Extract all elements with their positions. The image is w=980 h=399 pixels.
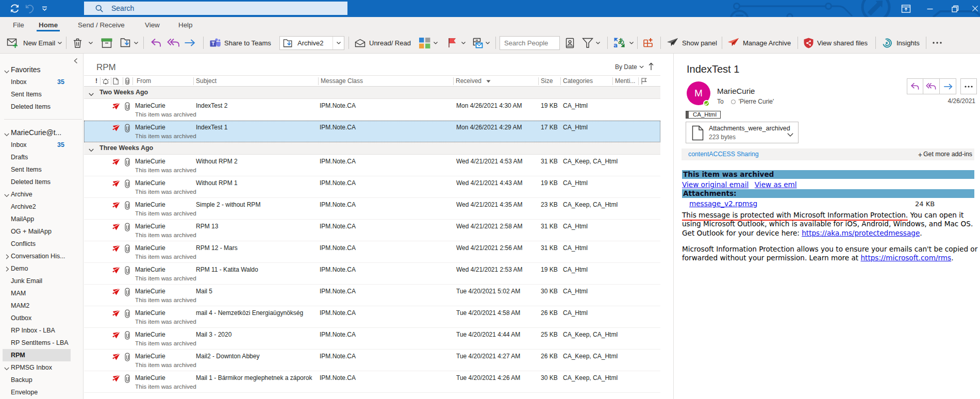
search-people-input[interactable]: Search People — [500, 36, 560, 50]
folder-item-envelope[interactable]: Envelope — [0, 386, 83, 398]
body-hyperlink[interactable]: https://aka.ms/protectedmessage — [802, 229, 920, 237]
message-more-actions-button[interactable] — [960, 78, 977, 94]
restore-button[interactable] — [943, 0, 967, 17]
reply-all-button[interactable] — [167, 32, 180, 53]
unread-read-button[interactable]: Unread/ Read — [355, 32, 411, 53]
folder-item-junk-email[interactable]: Junk Email — [0, 275, 83, 287]
recipient-name[interactable]: 'Pierre Curie' — [739, 98, 774, 105]
chevron-down-icon[interactable] — [4, 192, 9, 199]
sort-by-date-button[interactable]: By Date — [615, 63, 644, 71]
manage-archive-button[interactable]: Manage Archive — [727, 32, 791, 53]
column-mention[interactable]: Menti... — [615, 77, 635, 85]
folder-item-mam[interactable]: MAM — [0, 287, 83, 300]
folder-item-deleted-items[interactable]: Deleted Items — [0, 101, 83, 113]
column-received[interactable]: Received — [456, 77, 491, 85]
attachment-dropdown-icon[interactable] — [787, 129, 793, 139]
folder-item-rp-inbox-lba[interactable]: RP Inbox - LBA — [0, 324, 83, 337]
folder-item-outbox[interactable]: Outbox — [0, 312, 83, 324]
show-panel-button[interactable]: Show panel — [667, 32, 717, 53]
view-original-email-link[interactable]: View original email — [682, 180, 749, 189]
get-more-addins-link[interactable]: Get more add-ins — [923, 151, 972, 158]
message-row-simple-2-without-rpm[interactable]: MarieCurieSimple 2 - without RPMIPM.Note… — [84, 198, 660, 220]
column-size[interactable]: Size — [541, 77, 553, 85]
filter-email-button[interactable] — [582, 32, 600, 53]
folder-item-mailapp[interactable]: MailApp — [0, 213, 83, 225]
tab-file[interactable]: File — [13, 17, 24, 32]
chevron-right-icon[interactable] — [6, 254, 9, 261]
folder-item-conversation-his[interactable]: Conversation His... — [0, 250, 83, 262]
address-book-button[interactable] — [566, 32, 574, 53]
column-categories[interactable]: Categories — [563, 77, 593, 85]
quick-step-dropdown[interactable] — [333, 37, 344, 49]
column-reminder-icon[interactable] — [102, 78, 109, 86]
folder-item-rpmsg-inbox[interactable]: RPMSG Inbox — [0, 361, 83, 374]
message-row-without-rpm-1[interactable]: MarieCurieWithout RPM 1IPM.Note.CAWed 4/… — [84, 176, 660, 198]
message-row-rpm-12-mars[interactable]: MarieCurieRPM 12 - MarsIPM.Note.CAWed 4/… — [84, 241, 660, 263]
folder-item-mam2[interactable]: MAM2 — [0, 300, 83, 312]
message-row-mail-1-b-rmikor-meglephetnek-a-z-porok[interactable]: MarieCurieMail 1 - Bármikor meglephetnek… — [84, 371, 660, 393]
message-row-rpm-13[interactable]: MarieCurieRPM 13IPM.Note.CAWed 4/21/2021… — [84, 220, 660, 241]
group-header-three-weeks-ago[interactable]: Three Weeks Ago — [84, 142, 660, 155]
folder-item-backup[interactable]: Backup — [0, 374, 83, 386]
folder-item-inbox[interactable]: Inbox35 — [0, 76, 83, 88]
category-tag[interactable]: CA_Html — [686, 111, 721, 119]
forward-button[interactable] — [940, 78, 956, 94]
message-row-mail-3-2020[interactable]: MarieCurieMail 3 - 2020IPM.Note.CATue 4/… — [84, 328, 660, 350]
tab-help[interactable]: Help — [178, 17, 193, 32]
body-hyperlink[interactable]: https://microsoft.com/rms — [860, 254, 951, 262]
send-receive-sync-icon[interactable] — [9, 0, 20, 17]
folder-item-og-mailapp[interactable]: OG + MailApp — [0, 225, 83, 238]
sort-direction-icon[interactable] — [648, 62, 654, 73]
reply-all-button[interactable] — [923, 78, 940, 94]
folder-item-archive2[interactable]: Archive2 — [0, 201, 83, 213]
chevron-down-icon[interactable] — [4, 130, 9, 138]
column-item-type-icon[interactable] — [113, 78, 119, 86]
translate-button[interactable]: a あ — [613, 32, 634, 53]
attachment-card[interactable]: Attachments_were_archived 223 bytes — [686, 122, 799, 143]
mailbox-header-mariecurie-t[interactable]: MarieCurie@t... — [0, 126, 83, 139]
group-header-two-weeks-ago[interactable]: Two Weeks Ago — [84, 87, 660, 99]
store-message-button[interactable] — [473, 32, 490, 53]
chevron-right-icon[interactable] — [6, 266, 9, 273]
tab-home[interactable]: Home — [39, 17, 58, 32]
reply-button[interactable] — [907, 78, 923, 94]
archive-button[interactable] — [101, 32, 112, 53]
categorize-button[interactable] — [419, 32, 438, 53]
addin-grid-button[interactable] — [643, 32, 654, 53]
chevron-down-icon[interactable] — [89, 146, 94, 154]
chevron-down-icon[interactable] — [4, 67, 9, 75]
ribbon-display-options-icon[interactable] — [894, 0, 918, 17]
sender-name[interactable]: MarieCurie — [717, 87, 755, 95]
message-row-without-rpm-2[interactable]: MarieCurieWithout RPM 2IPM.Note.CAWed 4/… — [84, 155, 660, 176]
column-from[interactable]: From — [137, 77, 151, 85]
ribbon-more-options-button[interactable] — [932, 32, 942, 53]
folder-item-conflicts[interactable]: Conflicts — [0, 238, 83, 250]
quick-access-toolbar-icon[interactable] — [40, 0, 48, 17]
undo-icon[interactable] — [24, 0, 35, 17]
close-button[interactable] — [970, 0, 980, 17]
column-flag-icon[interactable] — [641, 78, 647, 86]
reply-button[interactable] — [151, 32, 162, 53]
tab-view[interactable]: View — [145, 17, 160, 32]
view-shared-files-button[interactable]: View shared files — [804, 32, 868, 53]
folder-item-sent-items[interactable]: Sent Items — [0, 163, 83, 176]
view-as-eml-link[interactable]: View as eml — [755, 180, 797, 189]
folder-item-inbox[interactable]: Inbox35 — [0, 139, 83, 151]
message-row-rpm-11-katita-waldo[interactable]: MarieCurieRPM 11 - Katita WaldoIPM.Note.… — [84, 263, 660, 285]
message-row-mail2-downton-abbey[interactable]: MarieCurieMail2 - Downton AbbeyIPM.Note.… — [84, 350, 660, 371]
folder-item-drafts[interactable]: Drafts — [0, 151, 83, 163]
contentaccess-sharing-link[interactable]: contentACCESS Sharing — [688, 151, 759, 158]
mailbox-header-favorites[interactable]: Favorites — [0, 63, 83, 76]
share-to-teams-button[interactable]: Share to Teams — [210, 32, 271, 53]
quick-step-archive2[interactable]: Archive2 — [279, 36, 344, 50]
message-row-mail-4-nemzetk-zi-energia-gyn-ks-g[interactable]: MarieCuriemail 4 - Nemzetközi Energiaügy… — [84, 306, 660, 328]
tab-send-receive[interactable]: Send / Receive — [78, 17, 125, 32]
column-subject[interactable]: Subject — [196, 77, 217, 85]
delete-button[interactable] — [73, 32, 93, 53]
column-message-class[interactable]: Message Class — [321, 77, 363, 85]
message-row-indextest-2[interactable]: MarieCurieIndexTest 2IPM.Note.CAMon 4/26… — [84, 99, 660, 121]
message-row-indextest-1[interactable]: MarieCurieIndexTest 1IPM.Note.CAMon 4/26… — [84, 121, 660, 142]
folder-item-rpm[interactable]: RPM — [0, 349, 83, 361]
rpmsg-attachment-link[interactable]: message_v2.rpmsg — [689, 200, 757, 208]
folder-item-archive[interactable]: Archive — [0, 188, 83, 201]
